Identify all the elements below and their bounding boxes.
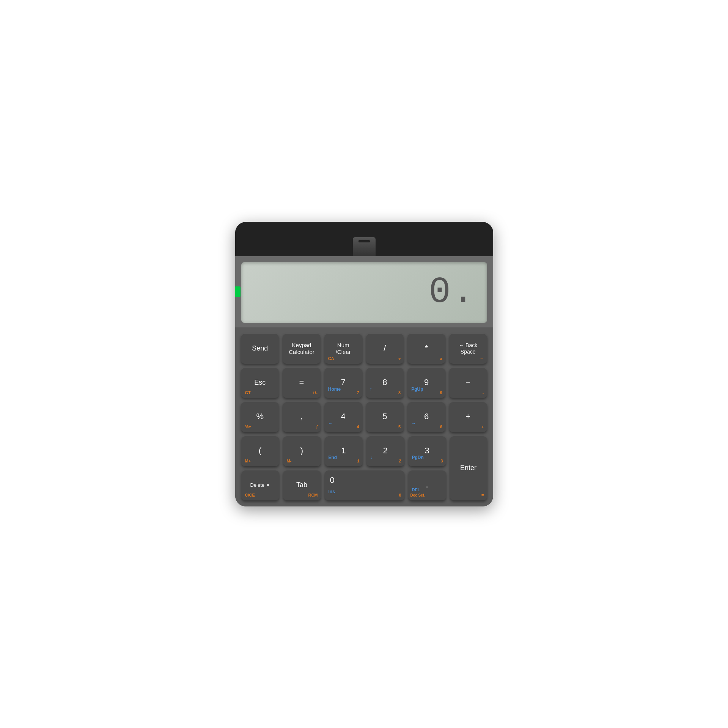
num-clear-sub: CA	[328, 356, 334, 361]
comma-sub: ∫	[316, 425, 318, 429]
plus-button[interactable]: + +	[449, 402, 487, 432]
num0-sub-blue: Ins	[329, 489, 335, 494]
minus-label: −	[465, 377, 470, 387]
minus-sub: -	[483, 390, 484, 395]
num2-button[interactable]: 2 ↓ 2	[366, 436, 404, 466]
key-row-3: % %± , ∫ 4 ← 4 5 5 6 → 6 +	[241, 402, 487, 432]
num3-sub-orange: 3	[440, 459, 443, 463]
num0-sub-orange: 0	[399, 493, 401, 497]
display-screen: 0.	[241, 262, 487, 323]
multiply-label: *	[425, 343, 428, 353]
num0-label: 0	[330, 475, 335, 485]
num6-sub-blue: →	[411, 421, 416, 426]
decimal-button[interactable]: . DEL Dec Set.	[408, 470, 446, 500]
esc-sub: GT	[245, 390, 250, 395]
paren-open-sub: M+	[245, 459, 251, 463]
num1-sub-orange: 1	[357, 459, 359, 463]
send-label: Send	[252, 344, 268, 353]
num4-sub-orange: 4	[357, 425, 359, 429]
num2-sub-blue: ↓	[370, 455, 373, 460]
key-row-2: Esc GT = +/- 7 Home 7 8 ↑ 8 9 PgUp 9	[241, 368, 487, 398]
bottom-section: ( M+ ) M- 1 End 1 2 ↓ 2	[241, 436, 487, 500]
key-row-4: ( M+ ) M- 1 End 1 2 ↓ 2	[241, 436, 446, 466]
num4-label: 4	[341, 412, 346, 421]
multiply-sub: x	[440, 356, 442, 361]
send-button[interactable]: Send	[241, 333, 279, 364]
plus-label: +	[465, 412, 470, 421]
paren-close-button[interactable]: ) M-	[283, 436, 321, 466]
left-bottom: ( M+ ) M- 1 End 1 2 ↓ 2	[241, 436, 446, 500]
paren-close-sub: M-	[287, 459, 292, 463]
percent-button[interactable]: % %±	[241, 402, 279, 432]
percent-sub: %±	[245, 425, 251, 429]
equals-button[interactable]: = +/-	[283, 368, 321, 398]
num8-sub-blue: ↑	[370, 387, 372, 392]
keys-area: Send KeypadCalculator Num/Clear CA / ÷ *…	[235, 327, 493, 506]
tab-button[interactable]: Tab RCM	[283, 470, 321, 500]
num4-sub-blue: ←	[328, 421, 333, 426]
decimal-label: .	[426, 480, 428, 490]
num7-sub-blue: Home	[328, 387, 341, 392]
paren-open-button[interactable]: ( M+	[241, 436, 279, 466]
delete-label: Delete ✕	[250, 482, 270, 488]
num6-button[interactable]: 6 → 6	[407, 402, 445, 432]
power-led	[235, 286, 241, 297]
usb-connector	[353, 237, 376, 256]
num2-sub-orange: 2	[399, 459, 401, 463]
decimal-sub-blue: DEL	[412, 487, 420, 492]
minus-button[interactable]: − -	[449, 368, 487, 398]
esc-button[interactable]: Esc GT	[241, 368, 279, 398]
num9-sub-blue: PgUp	[411, 387, 423, 392]
num2-label: 2	[383, 446, 387, 456]
display-value: 0.	[429, 272, 475, 313]
equals-label: =	[299, 377, 304, 387]
num9-button[interactable]: 9 PgUp 9	[407, 368, 445, 398]
num5-sub-orange: 5	[398, 425, 401, 429]
num8-sub-orange: 8	[398, 390, 401, 395]
decimal-sub-orange: Dec Set.	[410, 493, 425, 497]
num7-sub-orange: 7	[357, 390, 359, 395]
delete-sub: C/CE	[245, 493, 255, 497]
keypad-calc-button[interactable]: KeypadCalculator	[283, 333, 321, 364]
enter-label: Enter	[460, 464, 476, 472]
keypad-calc-label: KeypadCalculator	[289, 342, 314, 355]
backspace-sub: ←	[480, 356, 484, 361]
tab-label: Tab	[296, 481, 307, 489]
key-row-1: Send KeypadCalculator Num/Clear CA / ÷ *…	[241, 333, 487, 364]
divide-label: /	[384, 343, 386, 353]
num7-label: 7	[341, 377, 346, 387]
divide-sub: ÷	[398, 356, 401, 361]
key-row-5: Delete ✕ C/CE Tab RCM 0 Ins 0 . DEL	[241, 470, 446, 500]
paren-open-label: (	[259, 446, 261, 456]
multiply-button[interactable]: * x	[407, 333, 445, 364]
num3-button[interactable]: 3 PgDn 3	[408, 436, 446, 466]
num1-sub-blue: End	[329, 455, 337, 460]
num3-sub-blue: PgDn	[412, 455, 424, 460]
percent-label: %	[256, 412, 264, 421]
top-bar	[235, 222, 493, 256]
num-clear-label: Num/Clear	[336, 342, 351, 355]
num9-sub-orange: 9	[440, 390, 442, 395]
num-clear-button[interactable]: Num/Clear CA	[324, 333, 362, 364]
num5-label: 5	[382, 412, 387, 421]
num7-button[interactable]: 7 Home 7	[324, 368, 362, 398]
num8-button[interactable]: 8 ↑ 8	[366, 368, 404, 398]
backspace-button[interactable]: ← BackSpace ←	[449, 333, 487, 364]
paren-close-label: )	[300, 446, 303, 456]
equals-sub: +/-	[313, 390, 318, 395]
divide-button[interactable]: / ÷	[366, 333, 404, 364]
num0-button[interactable]: 0 Ins 0	[325, 470, 404, 500]
enter-button[interactable]: Enter =	[450, 436, 487, 500]
num5-button[interactable]: 5 5	[366, 402, 404, 432]
num3-label: 3	[425, 446, 429, 456]
num4-button[interactable]: 4 ← 4	[324, 402, 362, 432]
num8-label: 8	[382, 377, 387, 387]
backspace-label: ← BackSpace	[459, 342, 477, 355]
comma-button[interactable]: , ∫	[283, 402, 321, 432]
delete-button[interactable]: Delete ✕ C/CE	[241, 470, 279, 500]
tab-sub: RCM	[308, 493, 318, 497]
enter-sub: =	[481, 493, 484, 497]
display-area: 0.	[235, 256, 493, 327]
num1-button[interactable]: 1 End 1	[325, 436, 363, 466]
num9-label: 9	[424, 377, 429, 387]
